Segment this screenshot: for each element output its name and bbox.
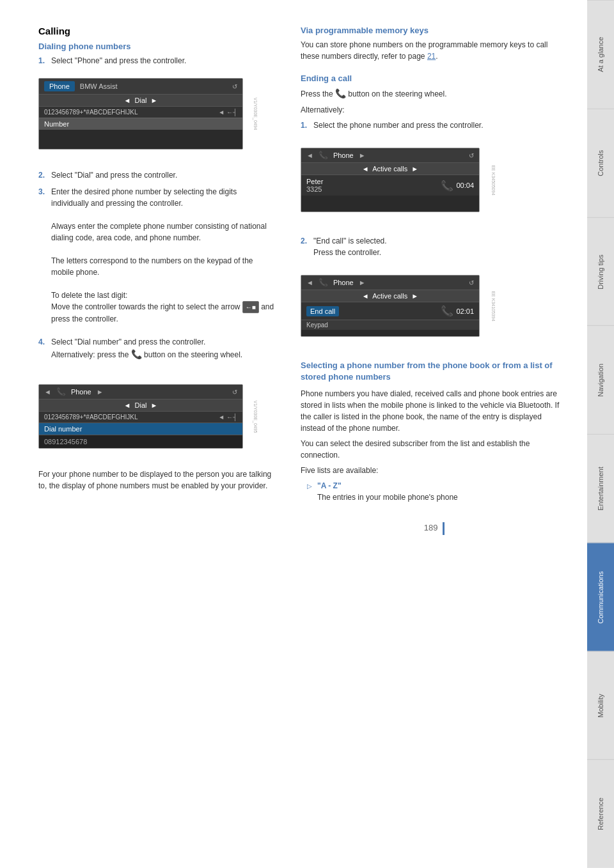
active-1-nav-left: ◄ <box>306 151 313 159</box>
screen-1-number-field: Number <box>39 118 242 130</box>
active-1-active-row: ◄ Active calls ► <box>301 162 479 174</box>
step-1-text: Select "Phone" and press the controller. <box>51 55 275 66</box>
active-screen-2-wrapper: ◄ 📞 Phone ► ↺ ◄ Active calls ► End call … <box>301 268 480 343</box>
step-4: 4. Select "Dial number" and press the co… <box>38 336 275 361</box>
step-3-text3: The letters correspond to the numbers on… <box>51 256 253 277</box>
step-2: 2. Select "Dial" and press the controlle… <box>38 169 275 181</box>
page-link[interactable]: 21 <box>427 52 436 61</box>
step-3: 3. Enter the desired phone number by sel… <box>38 186 275 325</box>
screen-1-keyboard: 0123456789+*#ABCDEFGHIJKL ◄ ←┤ <box>39 106 242 118</box>
active-2-active-row: ◄ Active calls ► <box>301 290 479 302</box>
active-2-call-row: End call 📞 02:01 <box>301 302 479 320</box>
screen-2-number: 08912345678 <box>39 435 242 448</box>
step-4-text: Select "Dial number" and press the contr… <box>51 336 275 361</box>
screen-1-bmw-assist: BMW Assist <box>80 82 118 90</box>
active-1-call-icon: 📞 <box>441 180 453 192</box>
active-1-nav: ◄ Active calls ► <box>362 165 418 173</box>
main-content: Calling Dialing phone numbers 1. Select … <box>0 0 587 868</box>
sidebar-tab-reference[interactable]: Reference <box>587 759 614 868</box>
step-3-text2: Always enter the complete phone number c… <box>51 222 267 242</box>
sidebar-tab-entertainment[interactable]: Entertainment <box>587 434 614 543</box>
sidebar-tab-communications[interactable]: Communications <box>587 543 614 651</box>
screen-2-dial-label: Dial number <box>44 425 82 433</box>
selecting-title: Selecting a phone number from the phone … <box>301 360 568 383</box>
page-number: 189 <box>424 523 438 533</box>
ending-step-2-number: 2. <box>301 235 313 258</box>
via-programmable-text: You can store phone numbers on the progr… <box>301 39 568 62</box>
footer-text: For your phone number to be displayed to… <box>38 469 275 492</box>
active-1-phone-icon: 📞 <box>319 151 328 160</box>
screen-1-wrapper: Phone BMW Assist ↺ ◄ Dial ► 0123456789+*… <box>38 72 243 156</box>
ending-step-1: 1. Select the phone number and press the… <box>301 120 568 131</box>
sidebar-tab-at-a-glance[interactable]: At a glance <box>587 0 614 109</box>
active-screen-2-header: ◄ 📞 Phone ► ↺ <box>301 275 479 290</box>
active-2-icon: ↺ <box>469 279 474 286</box>
active-2-phone-label: Phone <box>333 279 354 286</box>
screen-1: Phone BMW Assist ↺ ◄ Dial ► 0123456789+*… <box>38 78 243 150</box>
page-number-area: 189 <box>301 522 568 535</box>
active-2-nav-left: ◄ <box>306 279 313 286</box>
screen-2-keyboard: 0123456789+*#ABCDEFGHIJKL ◄ ←┤ <box>39 411 242 422</box>
active-2-spacer <box>301 330 479 336</box>
ending-step-1-text: Select the phone number and press the co… <box>313 120 568 131</box>
screen-1-phone-tab: Phone <box>44 81 75 91</box>
screen-2-nav-left: ◄ <box>44 388 51 396</box>
active-1-time: 📞 00:04 <box>441 180 474 192</box>
step-3-delete-label: To delete the last digit: <box>51 291 127 300</box>
screen-2-icon: ↺ <box>232 389 237 396</box>
list-bullet: ▷ <box>307 480 317 503</box>
arrow-icon: ←■ <box>242 301 259 313</box>
active-screen-2-label: EE K34105394 <box>491 291 496 321</box>
screen-2-wrapper: ◄ 📞 Phone ► ↺ ◄ Dial ► 0123456789+*#ABCD… <box>38 378 243 455</box>
screen-2-phone-label: Phone <box>71 388 91 396</box>
via-programmable-title: Via programmable memory keys <box>301 26 568 35</box>
sidebar-tab-navigation[interactable]: Navigation <box>587 325 614 434</box>
active-1-caller-number: 3325 <box>306 185 323 193</box>
step-3-text: Enter the desired phone number by select… <box>51 186 275 325</box>
section-title: Calling <box>38 26 275 36</box>
active-1-call-row: Peter 3325 📞 00:04 <box>301 174 479 196</box>
selecting-text1: Phone numbers you have dialed, received … <box>301 388 568 434</box>
step-3-delete-text: Move the controller towards the right to… <box>51 302 274 323</box>
active-screen-1-label: EE K34505094 <box>491 165 496 195</box>
screen-2: ◄ 📞 Phone ► ↺ ◄ Dial ► 0123456789+*#ABCD… <box>38 384 243 449</box>
page-number-bar <box>443 522 445 535</box>
active-1-icon: ↺ <box>469 152 474 159</box>
active-screen-2: ◄ 📞 Phone ► ↺ ◄ Active calls ► End call … <box>301 275 480 337</box>
screen-1-keyboard-text: 0123456789+*#ABCDEFGHIJKL <box>44 109 138 116</box>
screen-2-phone-icon: 📞 <box>56 387 66 396</box>
screen-2-dial-button[interactable]: Dial number <box>39 422 242 435</box>
active-2-call-icon: 📞 <box>441 305 453 317</box>
dialing-title: Dialing phone numbers <box>38 42 275 51</box>
ending-text: Press the 📞 button on the steering wheel… <box>301 87 568 100</box>
active-1-nav-right: ► <box>359 151 366 159</box>
list-item-az: ▷ "A - Z" The entries in your mobile pho… <box>301 480 568 503</box>
list-item-az-content: "A - Z" The entries in your mobile phone… <box>317 480 458 503</box>
az-label: "A - Z" <box>317 481 342 490</box>
screen-1-header: Phone BMW Assist ↺ <box>39 79 242 94</box>
ending-step-2: 2. "End call" is selected.Press the cont… <box>301 235 568 258</box>
az-text: The entries in your mobile phone's phone <box>317 493 458 502</box>
sidebar-tab-mobility[interactable]: Mobility <box>587 651 614 760</box>
active-2-keypad: Keypad <box>301 320 479 330</box>
ending-title: Ending a call <box>301 74 568 83</box>
active-2-end-call: End call <box>306 306 339 316</box>
ending-step-2-text: "End call" is selected.Press the control… <box>313 235 568 258</box>
step-2-text: Select "Dial" and press the controller. <box>51 169 275 181</box>
sidebar: At a glance Controls Driving tips Naviga… <box>587 0 614 868</box>
five-lists: Five lists are available: <box>301 465 568 476</box>
screen-2-back-icon: ◄ ←┤ <box>218 414 237 421</box>
screen-1-icon: ↺ <box>232 83 237 90</box>
step-4-number: 4. <box>38 336 51 361</box>
sidebar-tab-controls[interactable]: Controls <box>587 109 614 217</box>
active-screen-1: ◄ 📞 Phone ► ↺ ◄ Active calls ► Peter 332… <box>301 148 480 212</box>
screen-1-back-icon: ◄ ←┤ <box>218 109 237 116</box>
sidebar-tab-driving-tips[interactable]: Driving tips <box>587 217 614 326</box>
active-2-time-value: 02:01 <box>456 307 474 315</box>
step-1-number: 1. <box>38 55 51 66</box>
active-1-caller-name: Peter <box>306 178 323 185</box>
active-screen-1-wrapper: ◄ 📞 Phone ► ↺ ◄ Active calls ► Peter 332… <box>301 141 480 219</box>
active-2-time: 📞 02:01 <box>441 305 474 317</box>
right-column: Via programmable memory keys You can sto… <box>294 26 568 842</box>
step-1: 1. Select "Phone" and press the controll… <box>38 55 275 66</box>
